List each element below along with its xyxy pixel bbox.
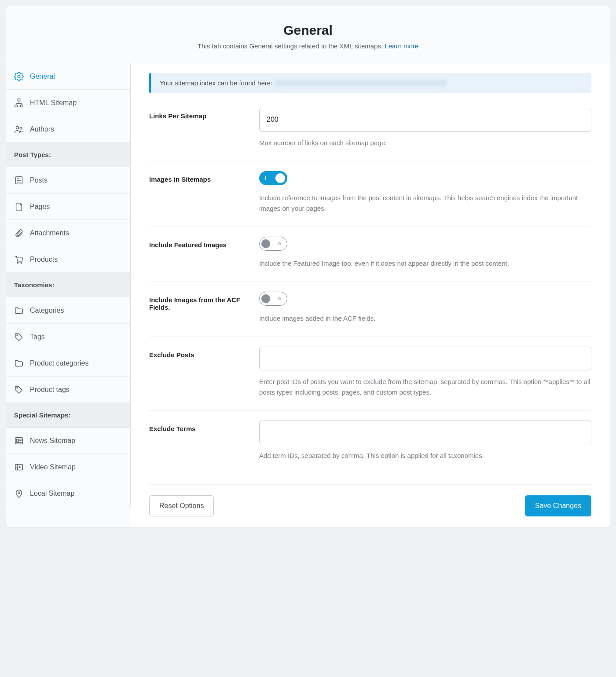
- sidebar-item-product-tags[interactable]: Product tags: [6, 377, 130, 403]
- field-help: Include reference to images from the pos…: [259, 193, 591, 213]
- cart-icon: [14, 255, 24, 264]
- folder-icon: [14, 359, 24, 368]
- field-help: Include the Featured Image too, even if …: [259, 258, 591, 268]
- include-acf-images-toggle[interactable]: [259, 292, 287, 306]
- folder-icon: [14, 306, 24, 315]
- field-include-acf-images: Include Images from the ACF Fields. Incl…: [149, 282, 591, 337]
- field-label: Images in Sitemaps: [149, 171, 250, 213]
- sidebar-item-label: Categories: [30, 307, 64, 315]
- learn-more-link[interactable]: Learn more: [385, 42, 418, 50]
- sidebar-item-general[interactable]: General: [6, 63, 130, 90]
- toggle-off-indicator-icon: [278, 242, 281, 245]
- field-help: Max number of links on each sitemap page…: [259, 138, 591, 148]
- svg-point-4: [16, 126, 18, 129]
- field-control: Include the Featured Image too, even if …: [259, 237, 591, 268]
- sidebar-item-label: Products: [30, 256, 58, 263]
- sidebar-item-video-sitemap[interactable]: Video Sitemap: [6, 454, 130, 480]
- sidebar-item-products[interactable]: Products: [6, 246, 130, 273]
- field-label: Include Featured Images: [149, 237, 250, 268]
- sidebar-item-local-sitemap[interactable]: Local Sitemap: [6, 480, 130, 507]
- sidebar-group-special: Special Sitemaps:: [6, 403, 130, 428]
- svg-point-5: [20, 127, 22, 129]
- exclude-posts-input[interactable]: [259, 347, 591, 370]
- toggle-on-indicator-icon: [265, 176, 266, 180]
- field-label: Exclude Posts: [149, 347, 250, 397]
- sidebar-item-html-sitemap[interactable]: HTML Sitemap: [6, 90, 130, 116]
- sidebar-item-label: Pages: [30, 203, 50, 211]
- sidebar-item-label: Product tags: [30, 386, 70, 394]
- field-control: Max number of links on each sitemap page…: [259, 108, 591, 148]
- field-help: Include images added in the ACF fields.: [259, 313, 591, 323]
- main-content: Your sitemap index can be found here: Li…: [131, 63, 610, 527]
- field-control: Include images added in the ACF fields.: [259, 292, 591, 323]
- tag-icon: [14, 332, 24, 342]
- panel-body: General HTML Sitemap Authors Post Types:: [6, 63, 610, 527]
- news-icon: [14, 436, 24, 446]
- sidebar-item-product-categories[interactable]: Product categories: [6, 350, 130, 377]
- exclude-terms-input[interactable]: [259, 421, 591, 444]
- svg-point-0: [18, 75, 20, 78]
- field-links-per-sitemap: Links Per Sitemap Max number of links on…: [149, 108, 591, 161]
- field-control: Include reference to images from the pos…: [259, 171, 591, 213]
- post-icon: [14, 176, 24, 185]
- svg-point-10: [17, 262, 18, 263]
- reset-options-button[interactable]: Reset Options: [149, 495, 214, 516]
- field-include-featured-images: Include Featured Images Include the Feat…: [149, 227, 591, 282]
- sidebar-item-attachments[interactable]: Attachments: [6, 220, 130, 246]
- svg-point-11: [21, 262, 22, 263]
- sidebar-item-label: Posts: [30, 176, 48, 184]
- settings-panel: General This tab contains General settin…: [6, 6, 610, 527]
- sidebar-item-authors[interactable]: Authors: [6, 116, 130, 143]
- field-label: Exclude Terms: [149, 421, 250, 461]
- svg-point-13: [17, 387, 18, 388]
- svg-rect-15: [17, 439, 19, 441]
- sitemap-tree-icon: [14, 98, 24, 108]
- footer-actions: Reset Options Save Changes: [149, 484, 591, 527]
- field-control: Add term IDs, separated by comma. This o…: [259, 421, 591, 461]
- attachment-icon: [14, 228, 24, 238]
- sidebar-item-label: Tags: [30, 333, 45, 341]
- sidebar-item-label: Attachments: [30, 229, 69, 237]
- toggle-off-indicator-icon: [278, 297, 281, 300]
- sidebar-item-categories[interactable]: Categories: [6, 297, 130, 324]
- include-featured-images-toggle[interactable]: [259, 237, 287, 251]
- users-icon: [14, 124, 24, 134]
- sidebar-item-label: Video Sitemap: [30, 463, 76, 471]
- sidebar-group-post-types: Post Types:: [6, 143, 130, 167]
- images-in-sitemaps-toggle[interactable]: [259, 171, 287, 185]
- sidebar-item-tags[interactable]: Tags: [6, 324, 130, 350]
- field-exclude-terms: Exclude Terms Add term IDs, separated by…: [149, 410, 591, 474]
- field-images-in-sitemaps: Images in Sitemaps Include reference to …: [149, 161, 591, 227]
- page-subtitle: This tab contains General settings relat…: [15, 42, 601, 50]
- gear-icon: [14, 72, 24, 81]
- sidebar: General HTML Sitemap Authors Post Types:: [6, 63, 131, 507]
- field-help: Add term IDs, separated by comma. This o…: [259, 450, 591, 461]
- links-per-sitemap-input[interactable]: [259, 108, 591, 132]
- field-help: Enter post IDs of posts you want to excl…: [259, 377, 591, 397]
- sidebar-item-label: Product categories: [30, 359, 88, 367]
- sidebar-item-pages[interactable]: Pages: [6, 194, 130, 220]
- notice-text: Your sitemap index can be found here:: [160, 79, 272, 87]
- sidebar-item-label: Local Sitemap: [30, 490, 74, 498]
- sidebar-item-label: Authors: [30, 125, 54, 133]
- sidebar-item-posts[interactable]: Posts: [6, 167, 130, 194]
- toggle-knob-icon: [261, 294, 270, 303]
- sidebar-group-taxonomies: Taxonomies:: [6, 273, 130, 297]
- save-changes-button[interactable]: Save Changes: [525, 495, 591, 516]
- sitemap-index-notice: Your sitemap index can be found here:: [149, 73, 591, 93]
- pin-icon: [14, 489, 24, 498]
- field-exclude-posts: Exclude Posts Enter post IDs of posts yo…: [149, 337, 591, 410]
- sidebar-item-label: HTML Sitemap: [30, 99, 77, 107]
- video-icon: [14, 462, 24, 472]
- sidebar-item-news-sitemap[interactable]: News Sitemap: [6, 428, 130, 454]
- svg-point-12: [17, 334, 18, 335]
- tag-icon: [14, 385, 24, 395]
- toggle-knob-icon: [275, 173, 285, 183]
- field-label: Include Images from the ACF Fields.: [149, 292, 250, 323]
- svg-point-22: [18, 492, 20, 494]
- field-label: Links Per Sitemap: [149, 108, 250, 148]
- subtitle-text: This tab contains General settings relat…: [198, 42, 383, 50]
- page-title: General: [15, 23, 601, 38]
- toggle-knob-icon: [261, 239, 270, 248]
- field-control: Enter post IDs of posts you want to excl…: [259, 347, 591, 397]
